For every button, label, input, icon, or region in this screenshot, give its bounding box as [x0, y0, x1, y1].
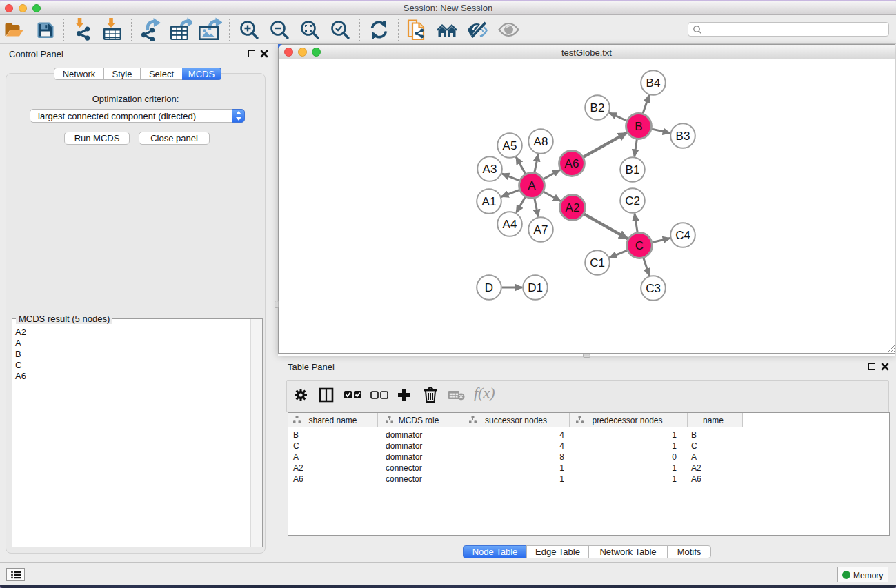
- svg-text:B1: B1: [626, 163, 640, 176]
- svg-text:B4: B4: [646, 77, 661, 90]
- svg-text:B: B: [635, 120, 642, 133]
- svg-text:A2: A2: [566, 201, 580, 214]
- svg-text:C2: C2: [625, 194, 640, 207]
- svg-text:A: A: [528, 179, 536, 192]
- svg-text:A8: A8: [534, 135, 548, 148]
- svg-text:C4: C4: [675, 229, 690, 242]
- svg-text:D1: D1: [528, 281, 543, 294]
- svg-text:A3: A3: [483, 163, 497, 176]
- svg-text:A4: A4: [503, 218, 517, 231]
- svg-text:D: D: [485, 281, 493, 294]
- svg-text:B3: B3: [676, 130, 690, 143]
- svg-text:A6: A6: [565, 157, 579, 170]
- svg-text:C1: C1: [590, 256, 605, 270]
- svg-text:C3: C3: [646, 282, 661, 295]
- svg-text:A7: A7: [534, 223, 548, 236]
- svg-text:A5: A5: [503, 139, 517, 152]
- svg-text:A1: A1: [482, 195, 497, 208]
- svg-text:C: C: [635, 239, 644, 252]
- svg-text:B2: B2: [590, 101, 605, 114]
